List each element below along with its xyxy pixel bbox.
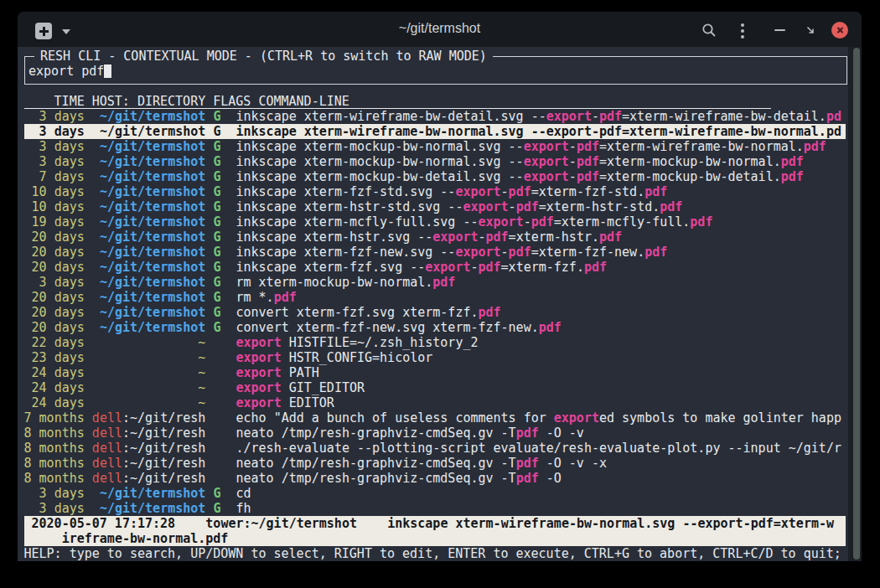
row-host: ~/git/termshot <box>92 290 206 305</box>
row-host: ~/git/termshot <box>92 275 206 290</box>
row-time: 3 days <box>24 501 85 516</box>
row-command: neato /tmp/resh-graphviz-cmdSeq.gv -Tpdf… <box>236 426 583 441</box>
row-flags: G <box>213 169 220 184</box>
row-time: 3 days <box>24 139 85 154</box>
restore-icon[interactable] <box>805 25 815 35</box>
row-time: 8 months <box>24 441 85 456</box>
row-flags: G <box>213 501 220 516</box>
row-time: 8 months <box>24 456 85 471</box>
row-flags: G <box>213 230 220 245</box>
row-flags: G <box>213 199 220 214</box>
row-host: ~/git/termshot <box>92 199 206 214</box>
row-time: 22 days <box>24 335 85 350</box>
detail-line-1: 2020-05-07 17:17:28tower:~/git/termshoti… <box>18 516 862 531</box>
terminal-window: ~/git/termshot RESH CLI - CONTEXTUAL MOD… <box>18 12 862 561</box>
table-header: TIME HOST: DIRECTORY FLAGS COMMAND-LINE <box>54 94 349 109</box>
scrollbar-handle[interactable] <box>853 48 860 560</box>
row-time: 7 months <box>24 410 85 426</box>
row-command: export GIT_EDITOR <box>236 380 365 395</box>
row-command: convert xterm-fzf.svg xterm-fzf.pdf <box>236 305 500 320</box>
row-command: inkscape xterm-mcfly-full.svg --export-p… <box>236 214 712 230</box>
minimize-icon[interactable] <box>774 29 785 31</box>
row-host: ~/git/termshot <box>92 109 206 124</box>
row-command: export HISTFILE=~/.zsh_history_2 <box>236 335 478 350</box>
row-host: ~ <box>92 380 206 395</box>
row-flags: G <box>213 260 220 275</box>
row-host: ~ <box>92 350 206 365</box>
row-host: ~/git/termshot <box>92 169 206 184</box>
row-time: 20 days <box>24 245 85 260</box>
row-command: export PATH <box>236 365 318 380</box>
row-time: 23 days <box>24 350 85 365</box>
row-host: ~ <box>92 395 206 410</box>
help-bar: HELP: type to search, UP/DOWN to select,… <box>24 546 841 561</box>
row-time: 24 days <box>24 365 85 380</box>
row-host: ~ <box>92 335 206 350</box>
row-time: 3 days <box>24 124 85 139</box>
row-flags: G <box>213 184 220 199</box>
row-flags: G <box>213 305 220 320</box>
row-flags: G <box>213 320 220 335</box>
row-host: ~/git/termshot <box>92 139 206 154</box>
row-command: convert xterm-fzf-new.svg xterm-fzf-new.… <box>236 320 561 335</box>
row-command: export EDITOR <box>236 395 334 410</box>
row-host: dell:~/git/resh <box>92 426 206 441</box>
row-command: inkscape xterm-mockup-bw-detail.svg --ex… <box>236 169 803 184</box>
close-icon[interactable] <box>831 22 848 39</box>
row-host: ~/git/termshot <box>92 245 206 260</box>
row-flags: G <box>213 124 220 139</box>
search-query-input[interactable]: export pdf <box>28 64 104 79</box>
row-host: ~/git/termshot <box>92 260 206 275</box>
menu-kebab-icon[interactable] <box>741 23 744 41</box>
row-flags: G <box>213 275 220 290</box>
row-host: ~/git/termshot <box>92 305 206 320</box>
row-host: ~/git/termshot <box>92 320 206 335</box>
row-time: 3 days <box>24 486 85 501</box>
row-host: ~/git/termshot <box>92 184 206 199</box>
row-time: 20 days <box>24 290 85 305</box>
detail-line-2: ireframe-bw-normal.pdf <box>62 531 229 546</box>
row-command: cd <box>236 486 251 501</box>
row-host: ~/git/termshot <box>92 486 206 501</box>
row-command: ./resh-evaluate --plotting-script evalua… <box>236 441 841 456</box>
row-host: ~/git/termshot <box>92 214 206 230</box>
row-flags: G <box>213 109 220 124</box>
row-command: inkscape xterm-fzf-std.svg --export-pdf=… <box>236 184 667 199</box>
row-command: inkscape xterm-fzf-new.svg --export-pdf=… <box>236 245 667 260</box>
row-command: inkscape xterm-mockup-bw-normal.svg --ex… <box>236 139 826 154</box>
row-time: 7 days <box>24 169 85 184</box>
row-flags: G <box>213 290 220 305</box>
row-flags: G <box>213 245 220 260</box>
row-time: 3 days <box>24 275 85 290</box>
row-host: dell:~/git/resh <box>92 441 206 456</box>
row-command: neato /tmp/resh-graphviz-cmdSeq.gv -Tpdf… <box>236 471 561 486</box>
row-time: 10 days <box>24 184 85 199</box>
row-flags: G <box>213 486 220 501</box>
search-icon[interactable] <box>701 23 717 38</box>
row-host: ~/git/termshot <box>92 124 206 139</box>
screen: ~/git/termshot RESH CLI - CONTEXTUAL MOD… <box>0 0 880 588</box>
terminal-content: RESH CLI - CONTEXTUAL MODE - (CTRL+R to … <box>18 47 862 561</box>
row-time: 24 days <box>24 395 85 410</box>
row-command: inkscape xterm-wireframe-bw-detail.svg -… <box>236 109 841 124</box>
row-time: 20 days <box>24 305 85 320</box>
row-command: rm xterm-mockup-bw-normal.pdf <box>236 275 455 290</box>
row-host: ~/git/termshot <box>92 501 206 516</box>
row-command: inkscape xterm-hstr-std.svg --export-pdf… <box>236 199 682 214</box>
row-time: 24 days <box>24 380 85 395</box>
titlebar[interactable]: ~/git/termshot <box>18 12 862 47</box>
window-title: ~/git/termshot <box>18 21 862 37</box>
row-time: 3 days <box>24 109 85 124</box>
row-time: 8 months <box>24 471 85 486</box>
row-flags: G <box>213 139 220 154</box>
row-command: inkscape xterm-fzf.svg --export-pdf=xter… <box>236 260 607 275</box>
row-flags: G <box>213 154 220 169</box>
row-command: inkscape xterm-wireframe-bw-normal.svg -… <box>236 124 841 139</box>
row-host: dell:~/git/resh <box>92 410 206 426</box>
row-command: echo "Add a bunch of useless comments fo… <box>236 410 841 426</box>
row-time: 8 months <box>24 426 85 441</box>
row-host: dell:~/git/resh <box>92 471 206 486</box>
row-command: inkscape xterm-hstr.svg --export-pdf=xte… <box>236 230 622 245</box>
row-time: 20 days <box>24 320 85 335</box>
row-time: 3 days <box>24 154 85 169</box>
